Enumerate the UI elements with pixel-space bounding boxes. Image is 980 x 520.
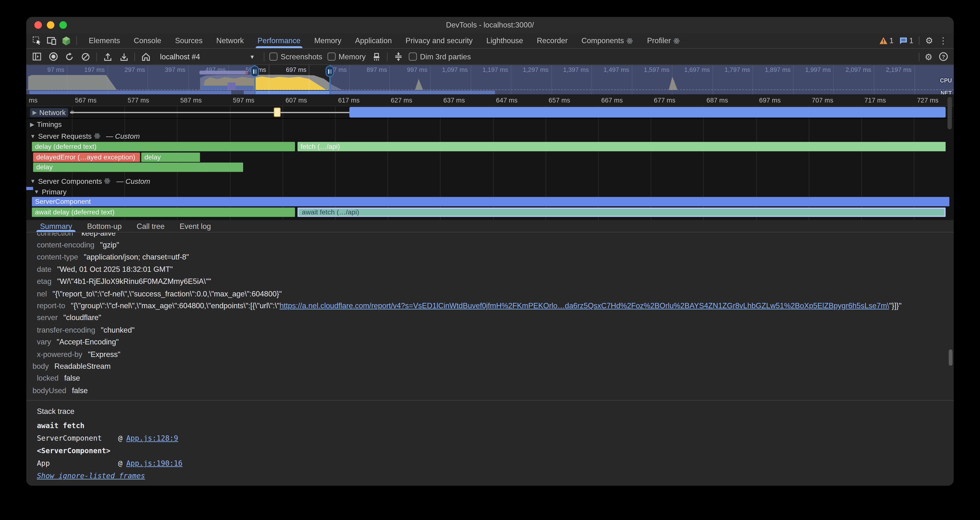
timeline-event-fetch-api[interactable]: fetch (…/api) [298,142,946,151]
property-key: etag [37,277,52,286]
divider [919,52,920,61]
history-dropdown[interactable]: localhost #4 ▼ [156,52,259,62]
collapse-triangle-icon[interactable]: ▶ [33,109,37,115]
net-lane-label: NET [941,90,952,94]
tab-application[interactable]: Application [348,33,399,48]
screenshots-toggle[interactable]: Screenshots [269,52,322,61]
toggle-sidebar-icon[interactable] [31,51,43,62]
tab-memory[interactable]: Memory [307,33,348,48]
server-components-bars: ServerComponentawait delay (deferred tex… [26,197,954,218]
property-key: connection [37,232,73,237]
show-ignore-listed-frames-link[interactable]: Show ignore-listed frames [37,472,145,480]
selection-handle-left[interactable] [251,65,259,77]
tab-network[interactable]: Network [210,33,251,48]
dim-3rd-parties-toggle[interactable]: Dim 3rd parties [409,52,471,61]
property-value: "W/\"4b1-RjEJloX9kRinu6F0MAZMmy6E5iA\"" [57,277,211,286]
tab-privacy-and-security[interactable]: Privacy and security [399,33,479,48]
kebab-menu-icon[interactable]: ⋮ [939,36,947,45]
track-server-components-header[interactable]: ▼ Server Components — Custom [26,176,954,187]
property-key: nel [37,289,47,298]
memory-toggle[interactable]: Memory [327,52,366,61]
issues-badge[interactable]: 1 [899,36,913,45]
tab-lighthouse[interactable]: Lighthouse [480,33,530,48]
record-button[interactable] [48,51,59,62]
timeline-event-servercomponent[interactable]: ServerComponent [32,197,950,206]
timeline-event-await-delay-deferred-text[interactable]: await delay (deferred text) [32,207,295,217]
settings-gear-icon[interactable]: ⚙ [925,36,933,45]
details-tab-event-log[interactable]: Event log [172,220,218,232]
tab-recorder[interactable]: Recorder [530,33,574,48]
tab-components[interactable]: Components [574,33,640,48]
event-label: ServerComponent [35,197,91,205]
tab-sources[interactable]: Sources [168,33,209,48]
expand-triangle-icon[interactable]: ▼ [30,133,35,139]
capture-settings-gear-icon[interactable]: ⚙ [924,52,932,61]
issues-count: 1 [909,36,913,45]
titlebar: DevTools - localhost:3000/ [26,17,954,33]
track-primary-group[interactable]: ▼ Primary [26,187,954,197]
warnings-badge[interactable]: 1 [880,36,894,45]
property-value: "application/json; charset=utf-8" [84,253,189,261]
screenshots-checkbox[interactable] [269,52,278,61]
save-profile-icon[interactable] [118,51,129,62]
clear-button[interactable] [80,51,91,62]
collapse-sanitize-icon[interactable] [393,51,404,62]
property-value: "keep-alive" [79,232,118,237]
summary-scrollbar-thumb[interactable] [949,350,953,366]
live-metrics-home-icon[interactable] [140,51,151,62]
expand-triangle-icon[interactable]: ▼ [30,178,35,184]
tab-console[interactable]: Console [127,33,168,48]
property-key: content-encoding [37,241,94,250]
garbage-collect-icon[interactable] [371,51,382,62]
selection-handle-right[interactable] [326,65,334,77]
record-and-reload-button[interactable] [64,51,75,62]
track-timings[interactable]: ▶ Timings [26,118,954,129]
collapse-triangle-icon[interactable]: ▶ [30,121,34,127]
react-atom-icon [673,38,680,45]
network-request-short[interactable] [274,108,281,117]
timeline-event-delay[interactable]: delay [33,163,243,172]
timeline-event-delay[interactable]: delay [141,153,200,162]
screenshot-stage: DevTools - localhost:3000/ ElementsConso… [0,0,980,520]
timeline-event-delay-deferred-text[interactable]: delay (deferred text) [32,142,295,151]
track-server-requests-header[interactable]: ▼ Server Requests — Custom [26,131,954,142]
device-toolbar-icon[interactable] [47,37,56,45]
details-tab-summary[interactable]: Summary [33,220,80,232]
ruler-tick-label: 657 ms [549,96,570,104]
ruler-tick-label: 727 ms [917,96,939,104]
dim-3rd-parties-checkbox[interactable] [409,52,417,61]
timeline-event-delayederror-ayed-exception[interactable]: delayedError (…ayed exception) [33,153,140,162]
details-tab-bottom-up[interactable]: Bottom-up [80,220,129,232]
ruler-tick-label: 677 ms [654,96,675,104]
network-request-long[interactable] [349,107,946,118]
source-location-link[interactable]: App.js:128:9 [126,434,178,443]
load-profile-icon[interactable] [102,51,113,62]
dash-separator: — [106,132,113,140]
timeline-event-await-fetch-api[interactable]: await fetch (…/api) [298,207,946,217]
track-network[interactable]: ▶Network [26,107,954,118]
network-track-label: Network [39,108,65,116]
header-row-bodyused: bodyUsedfalse [26,385,954,396]
tab-elements[interactable]: Elements [82,33,127,48]
memory-label: Memory [339,52,366,61]
memory-checkbox[interactable] [327,52,336,61]
header-row-content-type: content-type"application/json; charset=u… [26,251,954,263]
report-endpoint-link[interactable]: https://a.nel.cloudflare.com/report/v4?s… [280,301,889,310]
tab-performance[interactable]: Performance [251,33,307,48]
ruler-tick-label: 647 ms [496,96,517,104]
event-label: delayedError (…ayed exception) [36,153,135,161]
tracks-scrollbar-thumb[interactable] [947,97,952,129]
inspect-element-icon[interactable] [33,36,41,45]
help-icon[interactable]: ? [937,51,949,62]
expand-triangle-icon[interactable]: ▼ [34,189,39,195]
tab-label: Lighthouse [486,36,523,45]
ruler-tick-label: 617 ms [338,96,360,104]
tab-profiler[interactable]: Profiler [640,33,687,48]
details-tab-call-tree[interactable]: Call tree [129,220,172,232]
timeline-ruler[interactable]: ms 567 ms577 ms587 ms597 ms607 ms617 ms6… [26,94,954,106]
timeline-overview[interactable]: 97 ms197 ms297 ms397 ms497 ms597 ms697 m… [26,65,954,95]
header-row-x-powered-by: x-powered-by"Express" [26,348,954,360]
node-extension-icon[interactable] [62,36,71,45]
summary-pane: connection"keep-alive"content-encoding"g… [26,232,954,486]
source-location-link[interactable]: App.js:190:16 [126,459,182,468]
